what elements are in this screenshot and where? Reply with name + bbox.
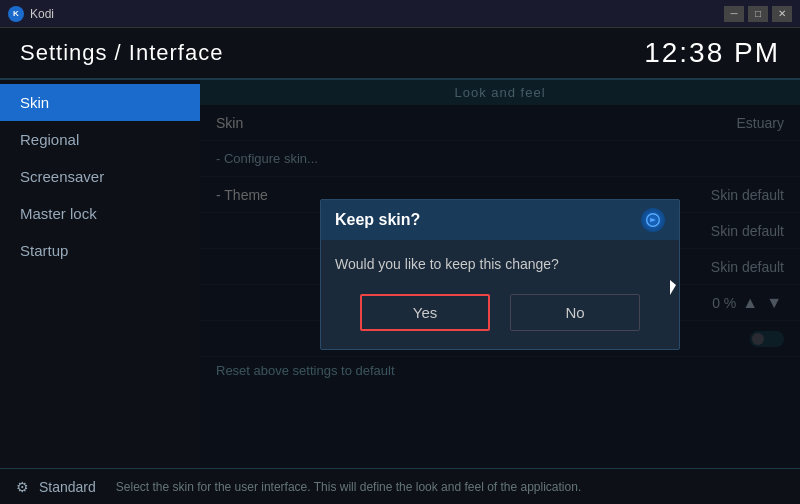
content-area: Look and feel Skin Estuary - Configure s… bbox=[200, 80, 800, 468]
sidebar-item-startup[interactable]: Startup bbox=[0, 232, 200, 269]
maximize-button[interactable]: □ bbox=[748, 6, 768, 22]
clock-display: 12:38 PM bbox=[644, 37, 780, 69]
dialog-message: Would you like to keep this change? bbox=[335, 256, 559, 272]
sidebar-regional-label: Regional bbox=[20, 131, 79, 148]
app-footer: ⚙ Standard Select the skin for the user … bbox=[0, 468, 800, 504]
sidebar-skin-label: Skin bbox=[20, 94, 49, 111]
setting-description: Select the skin for the user interface. … bbox=[116, 480, 581, 494]
settings-level-icon: ⚙ bbox=[16, 479, 29, 495]
main-layout: Skin Regional Screensaver Master lock St… bbox=[0, 80, 800, 468]
kodi-logo-icon: K bbox=[8, 6, 24, 22]
minimize-button[interactable]: ─ bbox=[724, 6, 744, 22]
app-header: Settings / Interface 12:38 PM bbox=[0, 28, 800, 80]
sidebar-item-masterlock[interactable]: Master lock bbox=[0, 195, 200, 232]
dialog-title: Keep skin? bbox=[335, 211, 420, 229]
settings-level-label[interactable]: Standard bbox=[39, 479, 96, 495]
dialog-buttons: Yes No bbox=[321, 280, 679, 349]
title-bar-left: K Kodi bbox=[8, 6, 54, 22]
dialog-no-button[interactable]: No bbox=[510, 294, 640, 331]
sidebar-startup-label: Startup bbox=[20, 242, 68, 259]
sidebar: Skin Regional Screensaver Master lock St… bbox=[0, 80, 200, 468]
dialog-overlay: Keep skin? Would you like to keep this c… bbox=[200, 80, 800, 468]
sidebar-masterlock-label: Master lock bbox=[20, 205, 97, 222]
sidebar-screensaver-label: Screensaver bbox=[20, 168, 104, 185]
page-title: Settings / Interface bbox=[20, 40, 223, 66]
close-button[interactable]: ✕ bbox=[772, 6, 792, 22]
app-name-label: Kodi bbox=[30, 7, 54, 21]
dialog-header: Keep skin? bbox=[321, 200, 679, 240]
dialog-yes-button[interactable]: Yes bbox=[360, 294, 490, 331]
title-bar-controls: ─ □ ✕ bbox=[724, 6, 792, 22]
sidebar-item-screensaver[interactable]: Screensaver bbox=[0, 158, 200, 195]
dialog-kodi-icon bbox=[641, 208, 665, 232]
sidebar-item-skin[interactable]: Skin bbox=[0, 84, 200, 121]
dialog-body: Would you like to keep this change? bbox=[321, 240, 679, 280]
sidebar-item-regional[interactable]: Regional bbox=[0, 121, 200, 158]
title-bar: K Kodi ─ □ ✕ bbox=[0, 0, 800, 28]
keep-skin-dialog: Keep skin? Would you like to keep this c… bbox=[320, 199, 680, 350]
